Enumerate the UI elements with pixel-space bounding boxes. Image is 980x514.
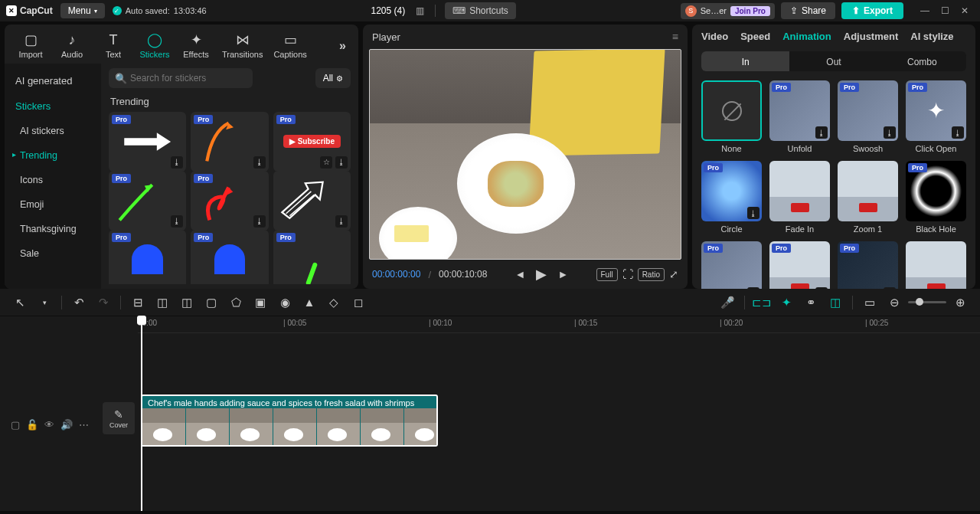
animation-item[interactable] [906, 241, 966, 289]
crop-icon[interactable]: ⛶ [622, 268, 633, 280]
media-tabs-more[interactable]: » [335, 39, 351, 53]
inspector-tab-speed[interactable]: Speed [740, 31, 770, 44]
sticker-subscribe[interactable]: ▶SubscribePro☆⭳ [273, 112, 351, 172]
sticker-sketch-arrow[interactable]: ⭳ [273, 171, 351, 231]
prev-frame-button[interactable]: ◄ [515, 268, 526, 280]
select-dropdown[interactable]: ▾ [34, 292, 55, 313]
zoom-in-button[interactable]: ⊕ [949, 292, 971, 313]
download-icon[interactable]: ⭳ [253, 215, 266, 228]
shortcuts-button[interactable]: ⌨ Shortcuts [445, 2, 516, 19]
download-icon[interactable]: ⭳ [171, 156, 183, 169]
animation-item[interactable]: Pro⭳ [769, 241, 830, 289]
fullscreen-icon[interactable]: ⤢ [669, 268, 678, 280]
download-icon[interactable]: ⭳ [884, 126, 896, 139]
minimize-button[interactable]: — [916, 3, 934, 18]
playhead[interactable] [141, 316, 142, 511]
animation-swoosh[interactable]: Pro⭳Swoosh [838, 80, 898, 153]
delete-button[interactable]: ▢ [201, 292, 222, 313]
mirror-button[interactable]: ▲ [299, 292, 320, 313]
cover-button[interactable]: ✎ Cover [103, 402, 135, 434]
inspector-tab-video[interactable]: Video [701, 31, 728, 44]
track-visible-icon[interactable]: 👁 [44, 419, 54, 431]
inspector-tab-adjustment[interactable]: Adjustment [844, 31, 899, 44]
media-tab-import[interactable]: ▢Import [12, 31, 49, 61]
join-pro-badge[interactable]: Join Pro [730, 6, 770, 16]
download-icon[interactable]: ⭳ [747, 207, 760, 219]
category-thanksgiving[interactable]: Thanksgiving [5, 217, 101, 241]
sticker-curve-green2[interactable]: Pro [273, 230, 351, 284]
next-frame-button[interactable]: ► [557, 268, 568, 280]
animation-fade-in[interactable]: Fade In [769, 161, 830, 234]
split-button[interactable]: ⊟ [127, 292, 149, 313]
download-icon[interactable]: ⭳ [335, 215, 348, 228]
animation-item[interactable]: Pro⭳ [838, 241, 898, 289]
animation-circle[interactable]: Pro⭳Circle [701, 161, 762, 234]
preview-toggle[interactable]: ▭ [859, 292, 880, 313]
split-left-button[interactable]: ◫ [152, 292, 173, 313]
layout-icon[interactable]: ▥ [414, 4, 426, 18]
full-button[interactable]: Full [596, 268, 618, 281]
redo-button[interactable]: ↷ [93, 292, 114, 313]
media-tab-effects[interactable]: ✦Effects [178, 31, 214, 61]
link-preview-button[interactable]: ✦ [776, 292, 797, 313]
sticker-loop-red[interactable]: Pro⭳ [191, 171, 268, 231]
magnet-button[interactable]: ⊏⊐ [751, 292, 773, 313]
play-button[interactable]: ▶ [536, 266, 547, 283]
favorite-icon[interactable]: ☆ [320, 156, 332, 169]
menu-button[interactable]: Menu ▾ [60, 3, 105, 18]
category-ai-stickers[interactable]: AI stickers [5, 119, 101, 143]
category-ai-generated[interactable]: AI generated [5, 68, 101, 93]
category-stickers[interactable]: Stickers [5, 93, 101, 119]
maximize-button[interactable]: ☐ [936, 3, 954, 18]
undo-button[interactable]: ↶ [68, 292, 90, 313]
sticker-curve-green[interactable]: Pro⭳ [109, 171, 186, 231]
animation-unfold[interactable]: Pro⭳Unfold [769, 80, 830, 153]
marker-button[interactable]: ⬠ [225, 292, 247, 313]
rotate-button[interactable]: ◇ [323, 292, 345, 313]
track-collapse-icon[interactable]: ▢ [11, 419, 20, 431]
download-icon[interactable]: ⭳ [815, 287, 828, 289]
timeline-body[interactable]: ▢ 🔓 👁 🔊 ⋯ ✎ Cover Chef's male hands addi… [0, 333, 980, 511]
inspector-tab-ai-stylize[interactable]: AI stylize [910, 31, 953, 44]
speed-button[interactable]: ◉ [274, 292, 296, 313]
animation-zoom-1[interactable]: Zoom 1 [838, 161, 898, 234]
link-button[interactable]: ⚭ [800, 292, 822, 313]
video-clip[interactable]: Chef's male hands adding sauce and spice… [141, 395, 438, 447]
track-mute-icon[interactable]: 🔊 [60, 419, 73, 431]
media-tab-text[interactable]: TText [95, 31, 132, 61]
category-trending[interactable]: Trending [5, 143, 101, 168]
animation-click-open[interactable]: ✦Pro⭳Click Open [906, 80, 966, 153]
download-icon[interactable]: ⭳ [815, 126, 828, 139]
inspector-tab-animation[interactable]: Animation [782, 31, 831, 44]
search-input[interactable] [109, 68, 253, 88]
zoom-slider[interactable] [908, 301, 946, 303]
zoom-out-button[interactable]: ⊖ [884, 292, 905, 313]
download-icon[interactable]: ⭳ [171, 215, 183, 228]
select-tool[interactable]: ↖ [9, 292, 31, 313]
anim-subtab-combo[interactable]: Combo [878, 51, 966, 71]
download-icon[interactable]: ⭳ [952, 126, 964, 139]
snap-button[interactable]: ◫ [825, 292, 846, 313]
filter-all-button[interactable]: All ⚙ [315, 68, 351, 88]
anim-subtab-in[interactable]: In [701, 51, 789, 71]
timeline-ruler[interactable]: 00:00| 00:05| 00:10| 00:15| 00:20| 00:25 [138, 316, 980, 333]
sticker-arrow-white[interactable]: Pro⭳ [109, 112, 186, 172]
sticker-curve-orange[interactable]: Pro⭳ [191, 112, 268, 172]
category-icons[interactable]: Icons [5, 168, 101, 192]
compound-button[interactable]: ▣ [250, 292, 271, 313]
download-icon[interactable]: ⭳ [747, 287, 760, 289]
category-sale[interactable]: Sale [5, 241, 101, 266]
sticker-blob-blue2[interactable]: Pro [191, 230, 268, 284]
anim-subtab-out[interactable]: Out [789, 51, 877, 71]
animation-none[interactable]: None [701, 80, 762, 153]
animation-item[interactable]: Pro⭳ [701, 241, 762, 289]
media-tab-captions[interactable]: ▭Captions [270, 31, 309, 61]
track-lock-icon[interactable]: 🔓 [26, 419, 38, 431]
download-icon[interactable]: ⭳ [253, 156, 266, 169]
export-button[interactable]: ⬆ Export [841, 2, 903, 19]
share-button[interactable]: ⇪ Share [781, 2, 835, 19]
ratio-button[interactable]: Ratio [638, 268, 665, 281]
video-preview[interactable] [369, 49, 681, 260]
player-menu-icon[interactable]: ≡ [672, 31, 678, 43]
crop-button[interactable]: ◻ [348, 292, 369, 313]
